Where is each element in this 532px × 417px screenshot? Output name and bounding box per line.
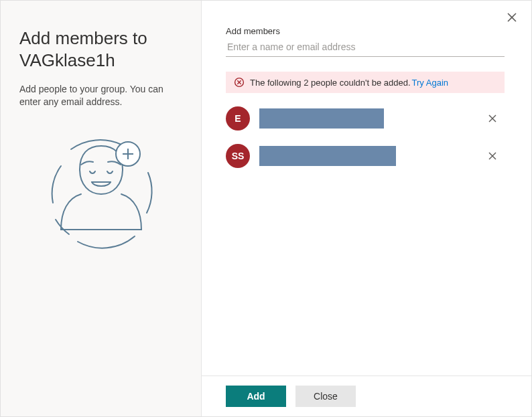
- panel-title: Add members to VAGklase1h: [19, 27, 182, 71]
- error-text: The following 2 people couldn't be added…: [250, 78, 411, 88]
- member-row: SS: [226, 144, 505, 168]
- failed-members-list: ESS: [226, 106, 505, 168]
- title-line2: VAGklase1h: [19, 50, 115, 70]
- add-members-panel: Add members to VAGklase1h Add people to …: [0, 0, 532, 417]
- panel-illustration: [19, 133, 182, 253]
- close-button[interactable]: Close: [295, 386, 356, 407]
- avatar: SS: [226, 144, 250, 168]
- title-line1: Add members to: [19, 28, 147, 48]
- close-panel-button[interactable]: [502, 7, 522, 27]
- add-person-illustration-icon: [41, 133, 161, 253]
- avatar: E: [226, 106, 250, 131]
- close-icon: [507, 12, 517, 23]
- error-icon: [234, 77, 245, 88]
- panel-body: Add members The following 2 people could…: [202, 1, 531, 376]
- add-members-label: Add members: [226, 26, 505, 36]
- close-icon: [488, 114, 497, 123]
- member-name-redacted: [259, 146, 396, 166]
- add-members-input[interactable]: [226, 37, 505, 57]
- add-button[interactable]: Add: [226, 386, 286, 407]
- panel-right: Add members The following 2 people could…: [202, 1, 531, 416]
- member-row: E: [226, 106, 505, 131]
- panel-description: Add people to your group. You can enter …: [19, 83, 182, 108]
- error-message-bar: The following 2 people couldn't be added…: [226, 72, 505, 93]
- plus-badge-icon: [116, 142, 140, 166]
- remove-member-button[interactable]: [483, 109, 502, 128]
- remove-member-button[interactable]: [483, 147, 502, 165]
- try-again-link[interactable]: Try Again: [412, 78, 448, 88]
- close-icon: [488, 151, 497, 161]
- member-name-redacted: [259, 108, 384, 129]
- panel-left: Add members to VAGklase1h Add people to …: [1, 1, 202, 416]
- panel-footer: Add Close: [202, 376, 531, 416]
